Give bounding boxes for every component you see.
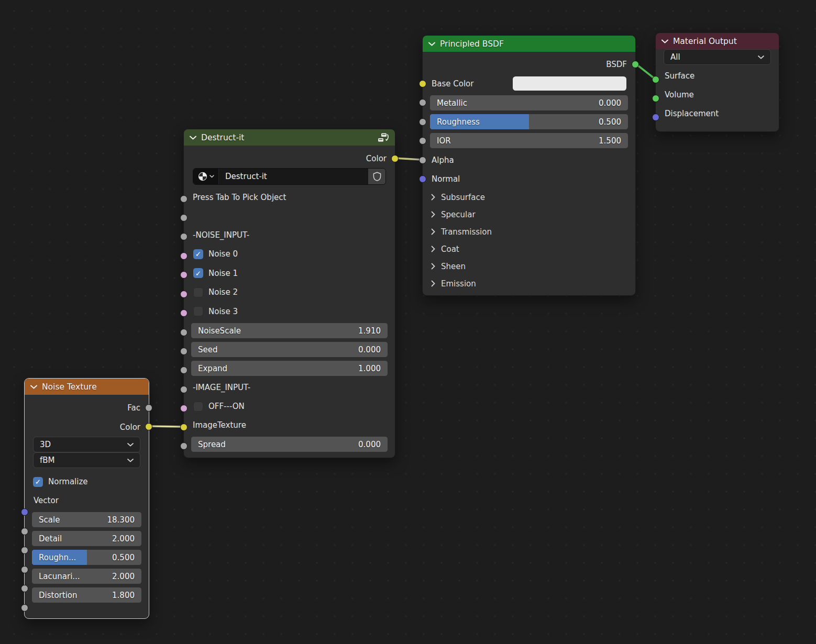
group-name-field[interactable]: Destruct-it bbox=[218, 169, 368, 184]
lacunarity-slider[interactable]: Lacunari... 2.000 bbox=[32, 569, 141, 584]
collapse-chevron-icon[interactable] bbox=[30, 385, 37, 389]
base-color-label: Base Color bbox=[432, 79, 473, 88]
panel-sheen[interactable]: Sheen bbox=[423, 258, 635, 275]
dimensions-dropdown[interactable]: 3D bbox=[33, 437, 140, 452]
socket-alpha-input[interactable] bbox=[419, 157, 426, 164]
node-destruct-it[interactable]: Destruct-it Color bbox=[183, 129, 395, 458]
socket-ior-input[interactable] bbox=[419, 137, 426, 145]
noise2-checkbox[interactable] bbox=[193, 287, 203, 297]
socket-noisescale-input[interactable] bbox=[180, 329, 188, 336]
material-output-header[interactable]: Material Output bbox=[656, 33, 779, 49]
noise0-checkbox[interactable] bbox=[193, 249, 203, 259]
noise2-label: Noise 2 bbox=[208, 287, 238, 297]
socket-noise-input[interactable] bbox=[180, 233, 188, 240]
roughness-slider[interactable]: Roughness 0.500 bbox=[430, 114, 628, 129]
panel-specular[interactable]: Specular bbox=[423, 206, 635, 223]
destruct-it-header[interactable]: Destruct-it bbox=[184, 129, 395, 146]
seed-slider[interactable]: Seed 0.000 bbox=[191, 342, 388, 357]
node-group-icon bbox=[378, 132, 389, 143]
socket-distortion-input[interactable] bbox=[21, 604, 28, 612]
noisescale-slider[interactable]: NoiseScale 1.910 bbox=[191, 323, 388, 338]
panel-emission[interactable]: Emission bbox=[423, 275, 635, 292]
socket-spread-input[interactable] bbox=[180, 442, 188, 450]
socket-bsdf-output[interactable] bbox=[632, 61, 639, 68]
wire-destructcolor-to-alpha[interactable] bbox=[395, 158, 422, 160]
noise1-checkbox[interactable] bbox=[193, 268, 203, 278]
socket-surface-input[interactable] bbox=[652, 76, 659, 83]
roughness-slider[interactable]: Roughn... 0.500 bbox=[32, 550, 141, 565]
socket-scale-input[interactable] bbox=[21, 528, 28, 535]
noise-type-dropdown[interactable]: fBM bbox=[33, 452, 140, 468]
noise-texture-header[interactable]: Noise Texture bbox=[25, 379, 149, 395]
socket-noise3-input[interactable] bbox=[180, 309, 188, 317]
alpha-input-label: Alpha bbox=[432, 156, 454, 165]
node-material-output[interactable]: Material Output All Surface Volume Displ… bbox=[655, 32, 779, 132]
wire-noisecolor-to-imagetexture[interactable] bbox=[149, 426, 183, 427]
principled-bsdf-header[interactable]: Principled BSDF bbox=[423, 36, 635, 52]
socket-roughness-input[interactable] bbox=[21, 566, 28, 573]
socket-normal-input[interactable] bbox=[419, 175, 426, 183]
fake-user-button[interactable] bbox=[368, 169, 385, 184]
socket-image-input[interactable] bbox=[180, 386, 188, 393]
socket-detail-input[interactable] bbox=[21, 547, 28, 554]
socket-metallic-input[interactable] bbox=[419, 99, 426, 106]
node-editor-canvas[interactable]: Noise Texture Fac Color 3D fBM Normalize… bbox=[0, 0, 816, 644]
metallic-slider[interactable]: Metallic 0.000 bbox=[430, 95, 628, 110]
noise-input-label: -NOISE_INPUT- bbox=[193, 230, 249, 240]
node-title: Destruct-it bbox=[201, 133, 244, 142]
base-color-swatch[interactable] bbox=[513, 76, 626, 91]
material-browse-button[interactable] bbox=[193, 169, 218, 184]
node-title: Material Output bbox=[673, 37, 737, 46]
socket-fac-output[interactable] bbox=[145, 404, 152, 412]
normalize-checkbox[interactable] bbox=[33, 477, 43, 487]
output-label-bsdf: BSDF bbox=[606, 60, 627, 69]
output-label-fac: Fac bbox=[127, 403, 140, 413]
noise3-checkbox[interactable] bbox=[193, 306, 203, 316]
collapse-chevron-icon[interactable] bbox=[661, 39, 668, 43]
socket-seed-input[interactable] bbox=[180, 348, 188, 355]
socket-basecolor-input[interactable] bbox=[419, 80, 426, 87]
chevron-right-icon bbox=[431, 263, 435, 270]
collapse-chevron-icon[interactable] bbox=[190, 136, 196, 140]
socket-vector-input[interactable] bbox=[21, 508, 28, 516]
node-noise-texture[interactable]: Noise Texture Fac Color 3D fBM Normalize… bbox=[24, 378, 149, 619]
panel-subsurface[interactable]: Subsurface bbox=[423, 188, 635, 206]
socket-expand-input[interactable] bbox=[180, 367, 188, 374]
socket-pick-object-input[interactable] bbox=[180, 195, 188, 203]
socket-lacunarity-input[interactable] bbox=[21, 585, 28, 592]
chevron-down-icon bbox=[209, 175, 214, 178]
image-texture-label: ImageTexture bbox=[193, 420, 246, 430]
shield-icon bbox=[373, 172, 381, 181]
chevron-down-icon bbox=[127, 459, 134, 462]
pick-object-label: Press Tab To Pick Object bbox=[193, 193, 286, 202]
node-title: Principled BSDF bbox=[440, 39, 504, 49]
socket-color-output[interactable] bbox=[145, 423, 152, 430]
distortion-slider[interactable]: Distortion 1.800 bbox=[32, 587, 141, 603]
socket-noise1-input[interactable] bbox=[180, 271, 188, 279]
socket-offon-input[interactable] bbox=[180, 405, 188, 412]
target-dropdown[interactable]: All bbox=[664, 49, 771, 65]
socket-displacement-input[interactable] bbox=[652, 114, 659, 121]
scale-slider[interactable]: Scale 18.300 bbox=[32, 512, 141, 527]
panel-transmission[interactable]: Transmission bbox=[423, 223, 635, 240]
volume-input-label: Volume bbox=[665, 90, 694, 99]
socket-imagetexture-input[interactable] bbox=[180, 424, 188, 431]
displacement-input-label: Displacement bbox=[665, 109, 719, 118]
off-on-checkbox[interactable] bbox=[193, 402, 203, 412]
collapse-chevron-icon[interactable] bbox=[428, 42, 435, 46]
expand-slider[interactable]: Expand 1.000 bbox=[191, 361, 388, 376]
socket-noise2-input[interactable] bbox=[180, 291, 188, 298]
socket-noise0-input[interactable] bbox=[180, 252, 188, 260]
node-group-selector[interactable]: Destruct-it bbox=[193, 168, 386, 185]
detail-slider[interactable]: Detail 2.000 bbox=[32, 531, 141, 546]
panel-coat[interactable]: Coat bbox=[423, 240, 635, 258]
spread-slider[interactable]: Spread 0.000 bbox=[191, 437, 388, 452]
socket-volume-input[interactable] bbox=[652, 95, 659, 102]
chevron-down-icon bbox=[127, 443, 134, 447]
socket-roughness-input[interactable] bbox=[419, 118, 426, 126]
wire-bsdf-to-surface[interactable] bbox=[636, 64, 655, 79]
node-principled-bsdf[interactable]: Principled BSDF BSDF Base Color Metallic… bbox=[422, 35, 636, 296]
ior-slider[interactable]: IOR 1.500 bbox=[430, 133, 628, 148]
socket-color-output[interactable] bbox=[391, 155, 399, 162]
socket-unlabeled-input[interactable] bbox=[180, 214, 188, 221]
